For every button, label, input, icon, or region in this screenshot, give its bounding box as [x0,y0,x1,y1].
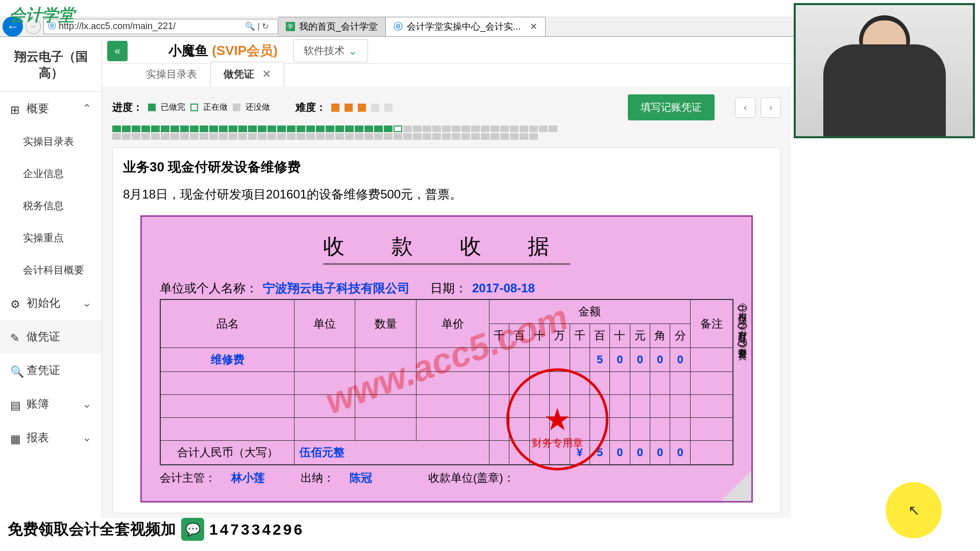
progress-box[interactable] [423,133,431,140]
progress-box[interactable] [132,126,140,132]
progress-box[interactable] [384,126,393,132]
tech-dropdown[interactable]: 软件技术 ⌄ [293,39,368,62]
progress-box[interactable] [180,126,189,132]
progress-box[interactable] [549,126,557,132]
progress-box[interactable] [442,126,451,132]
browser-tab-1[interactable]: 学 我的首页_会计学堂 [278,17,386,36]
progress-box[interactable] [364,126,373,132]
progress-box[interactable] [432,133,441,140]
progress-box[interactable] [112,126,121,132]
progress-box[interactable] [394,133,402,140]
progress-box[interactable] [219,133,228,140]
progress-box[interactable] [238,126,247,132]
progress-box[interactable] [248,126,257,132]
progress-box[interactable] [190,126,199,132]
progress-box[interactable] [229,126,237,132]
progress-box[interactable] [374,133,383,140]
progress-box[interactable] [170,133,179,140]
progress-box[interactable] [539,126,548,132]
progress-box[interactable] [277,133,286,140]
progress-box[interactable] [170,126,179,132]
progress-box[interactable] [180,133,189,140]
progress-box[interactable] [112,133,121,140]
progress-box[interactable] [452,133,460,140]
progress-box[interactable] [316,126,325,132]
progress-box[interactable] [491,133,499,140]
progress-box[interactable] [297,126,305,132]
progress-box[interactable] [471,126,480,132]
progress-box[interactable] [141,133,150,140]
progress-box[interactable] [209,133,218,140]
progress-box[interactable] [258,126,266,132]
sidebar-init[interactable]: ⚙ 初始化 ⌄ [0,286,102,320]
tab-list[interactable]: 实操目录表 [133,62,210,87]
progress-box[interactable] [423,126,431,132]
browser-tab-2[interactable]: ⓔ 会计学堂实操中心_会计实... ✕ [386,17,546,36]
progress-box[interactable] [161,126,169,132]
progress-box[interactable] [384,133,393,140]
progress-box[interactable] [364,133,373,140]
progress-box[interactable] [529,133,538,140]
sidebar-report[interactable]: ▦ 报表 ⌄ [0,421,102,455]
progress-box[interactable] [190,133,199,140]
progress-box[interactable] [403,126,412,132]
progress-box[interactable] [510,126,519,132]
progress-box[interactable] [520,133,528,140]
sidebar-item-focus[interactable]: 实操重点 [0,222,102,254]
progress-box[interactable] [335,126,344,132]
progress-box[interactable] [355,133,363,140]
progress-box[interactable] [200,126,208,132]
progress-box[interactable] [287,133,296,140]
progress-box[interactable] [151,133,160,140]
progress-box[interactable] [122,126,131,132]
progress-box[interactable] [151,126,160,132]
progress-box[interactable] [248,133,257,140]
progress-box[interactable] [200,133,208,140]
tab-close-icon[interactable]: ✕ [530,21,537,32]
progress-box[interactable] [267,126,276,132]
progress-box[interactable] [219,126,228,132]
progress-box[interactable] [452,126,460,132]
progress-box[interactable] [374,126,383,132]
progress-box[interactable] [491,126,499,132]
progress-box[interactable] [413,126,422,132]
progress-box[interactable] [326,133,334,140]
progress-box[interactable] [403,133,412,140]
tab-close-icon[interactable]: ✕ [262,68,271,80]
progress-box[interactable] [335,133,344,140]
sidebar-voucher[interactable]: ✎ 做凭证 [0,320,102,354]
tab-voucher[interactable]: 做凭证 ✕ [210,62,284,87]
progress-box[interactable] [500,126,509,132]
progress-box[interactable] [461,133,470,140]
progress-box[interactable] [287,126,296,132]
progress-box[interactable] [161,133,169,140]
progress-box[interactable] [510,133,519,140]
fill-voucher-button[interactable]: 填写记账凭证 [628,94,715,120]
progress-box[interactable] [432,126,441,132]
collapse-sidebar-button[interactable]: « [107,41,128,61]
progress-box[interactable] [306,126,315,132]
progress-box[interactable] [267,133,276,140]
progress-box[interactable] [345,126,354,132]
progress-box[interactable] [209,126,218,132]
prev-button[interactable]: ‹ [735,97,755,118]
progress-box[interactable] [141,126,150,132]
progress-box[interactable] [297,133,305,140]
sidebar-ledger[interactable]: ▤ 账簿 ⌄ [0,387,102,421]
progress-box[interactable] [306,133,315,140]
progress-box[interactable] [471,133,480,140]
progress-box[interactable] [520,126,528,132]
progress-box[interactable] [277,126,286,132]
address-bar[interactable]: ⓔ http://lx.acc5.com/main_221/ 🔍 | ↻ [43,19,278,34]
progress-box[interactable] [481,126,489,132]
sidebar-item-company[interactable]: 企业信息 [0,158,102,190]
sidebar-item-list[interactable]: 实操目录表 [0,126,102,158]
sidebar-overview[interactable]: ⊞ 概要 ⌃ [0,92,102,126]
sidebar-check[interactable]: 🔍 查凭证 [0,354,102,387]
progress-box[interactable] [481,133,489,140]
progress-box[interactable] [413,133,422,140]
progress-box[interactable] [238,133,247,140]
progress-box[interactable] [355,126,363,132]
progress-box[interactable] [461,126,470,132]
progress-box[interactable] [345,133,354,140]
